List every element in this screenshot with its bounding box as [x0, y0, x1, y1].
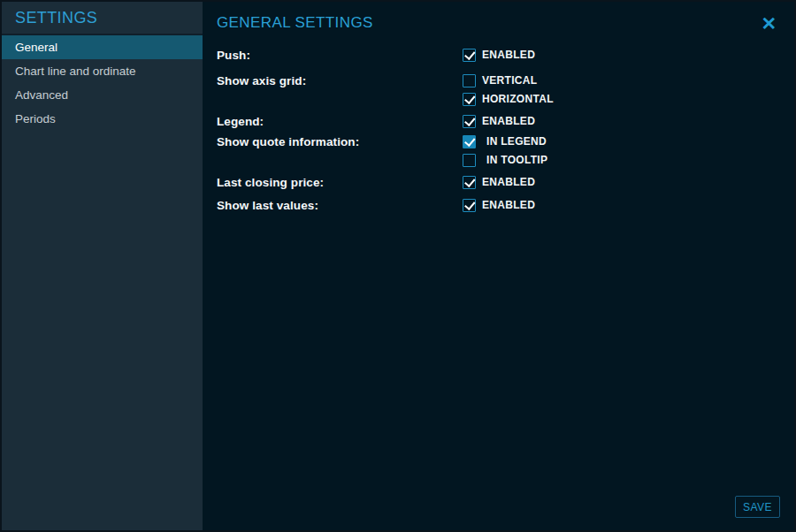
close-icon[interactable]: ✕: [759, 12, 778, 34]
checkbox-icon[interactable]: [463, 176, 476, 189]
settings-form: Push: ENABLED Show axis grid: VERTICAL H…: [217, 46, 780, 215]
checkbox-icon[interactable]: [463, 199, 476, 212]
settings-panel: GENERAL SETTINGS ✕ Push: ENABLED Show ax…: [203, 2, 794, 530]
checkbox-icon[interactable]: [463, 154, 476, 167]
settings-row: Last closing price: ENABLED: [217, 173, 780, 192]
setting-label: Last closing price:: [217, 173, 463, 192]
checkbox-option-vertical[interactable]: VERTICAL: [463, 72, 554, 90]
checkbox-option-horizontal[interactable]: HORIZONTAL: [463, 90, 554, 109]
setting-label: Show axis grid:: [217, 72, 463, 90]
sidebar-item-general[interactable]: General: [2, 35, 203, 59]
checkbox-option-enabled[interactable]: ENABLED: [463, 112, 535, 131]
checkbox-label: VERTICAL: [482, 74, 537, 87]
checkbox-option-in-tooltip[interactable]: IN TOOLTIP: [463, 151, 547, 170]
setting-options: ENABLED: [463, 173, 535, 192]
checkbox-option-enabled[interactable]: ENABLED: [463, 196, 535, 215]
settings-row: Show axis grid: VERTICAL HORIZONTAL: [217, 72, 780, 109]
setting-options: ENABLED: [463, 196, 535, 215]
setting-options: VERTICAL HORIZONTAL: [463, 72, 554, 109]
setting-label: Push:: [217, 46, 463, 65]
checkbox-label: IN TOOLTIP: [486, 154, 547, 167]
sidebar-title: SETTINGS: [2, 2, 203, 35]
checkbox-label: ENABLED: [482, 199, 535, 212]
checkbox-icon[interactable]: [463, 74, 476, 87]
checkbox-label: IN LEGEND: [486, 135, 547, 148]
checkbox-option-in-legend[interactable]: IN LEGEND: [463, 133, 547, 151]
setting-label: Legend:: [217, 112, 463, 131]
sidebar: SETTINGS GeneralChart line and ordinateA…: [2, 2, 203, 530]
checkbox-icon[interactable]: [463, 49, 476, 62]
checkbox-label: ENABLED: [482, 49, 535, 62]
page-title: GENERAL SETTINGS: [217, 14, 780, 34]
settings-row: Legend: ENABLED: [217, 112, 780, 131]
checkbox-label: ENABLED: [482, 176, 535, 189]
setting-options: ENABLED: [463, 46, 535, 65]
checkbox-label: ENABLED: [482, 115, 535, 128]
settings-row: Show last values: ENABLED: [217, 196, 780, 215]
checkbox-icon[interactable]: [463, 93, 476, 106]
checkbox-label: HORIZONTAL: [482, 93, 554, 106]
checkbox-option-enabled[interactable]: ENABLED: [463, 46, 535, 65]
checkbox-option-enabled[interactable]: ENABLED: [463, 173, 535, 192]
save-button[interactable]: SAVE: [735, 496, 780, 518]
setting-label: Show last values:: [217, 196, 463, 215]
settings-dialog: SETTINGS GeneralChart line and ordinateA…: [0, 0, 796, 532]
sidebar-item-chart-line-and-ordinate[interactable]: Chart line and ordinate: [2, 59, 203, 83]
sidebar-item-advanced[interactable]: Advanced: [2, 83, 203, 107]
sidebar-nav: GeneralChart line and ordinateAdvancedPe…: [2, 35, 203, 131]
setting-options: IN LEGEND IN TOOLTIP: [463, 133, 547, 170]
settings-row: Show quote information: IN LEGEND IN TOO…: [217, 133, 780, 170]
checkbox-icon[interactable]: [463, 135, 476, 148]
sidebar-item-periods[interactable]: Periods: [2, 107, 203, 131]
setting-label: Show quote information:: [217, 133, 463, 151]
setting-options: ENABLED: [463, 112, 535, 131]
settings-row: Push: ENABLED: [217, 46, 780, 65]
checkbox-icon[interactable]: [463, 115, 476, 128]
